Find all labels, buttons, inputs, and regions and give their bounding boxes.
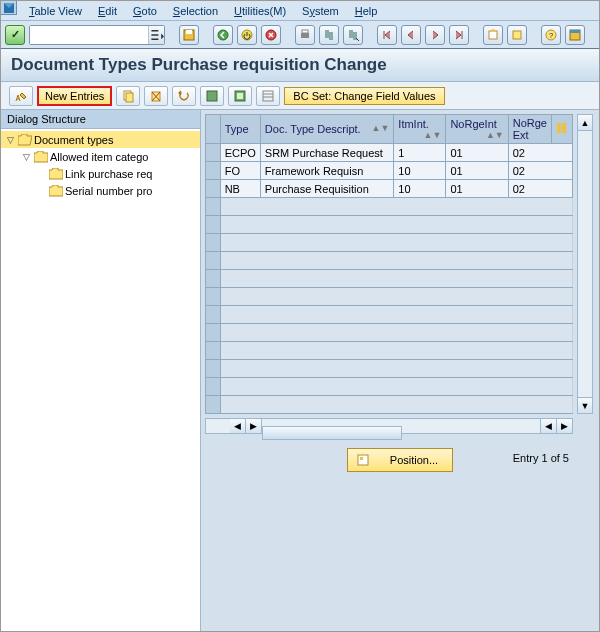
undo-button[interactable] bbox=[172, 86, 196, 106]
table-row[interactable]: FO Framework Requisn 10 01 02 bbox=[206, 162, 573, 180]
row-selector-header[interactable] bbox=[206, 115, 221, 144]
cell-desc[interactable]: SRM Purchase Request bbox=[260, 144, 394, 162]
col-norgeext[interactable]: NoRge Ext bbox=[508, 115, 551, 144]
svg-text:?: ? bbox=[549, 31, 554, 40]
position-icon bbox=[356, 453, 370, 467]
standard-toolbar: ✓ ? bbox=[1, 21, 599, 49]
col-norgeint[interactable]: NoRgeInt▲▼ bbox=[446, 115, 508, 144]
cell-norgeext[interactable]: 02 bbox=[508, 144, 572, 162]
menu-help[interactable]: Help bbox=[347, 3, 386, 19]
first-page-button[interactable] bbox=[377, 25, 397, 45]
last-page-button[interactable] bbox=[449, 25, 469, 45]
scroll-track[interactable] bbox=[578, 131, 592, 397]
menu-goto[interactable]: Goto bbox=[125, 3, 165, 19]
shortcut-button[interactable] bbox=[507, 25, 527, 45]
position-button[interactable]: Position... bbox=[347, 448, 453, 472]
row-selector[interactable] bbox=[206, 306, 221, 324]
customize-layout-button[interactable] bbox=[565, 25, 585, 45]
cell-itmint[interactable]: 10 bbox=[394, 180, 446, 198]
document-types-grid: Type Doc. Type Descript.▲▼ ItmInt.▲▼ NoR… bbox=[205, 114, 573, 414]
col-desc[interactable]: Doc. Type Descript.▲▼ bbox=[260, 115, 394, 144]
find-next-button[interactable] bbox=[343, 25, 363, 45]
scroll-left-button[interactable]: ◀ bbox=[230, 419, 246, 433]
table-row[interactable]: ECPO SRM Purchase Request 1 01 02 bbox=[206, 144, 573, 162]
menu-edit[interactable]: Edit bbox=[90, 3, 125, 19]
table-row[interactable]: NB Purchase Requisition 10 01 02 bbox=[206, 180, 573, 198]
row-selector[interactable] bbox=[206, 396, 221, 414]
row-selector[interactable] bbox=[206, 162, 221, 180]
row-selector[interactable] bbox=[206, 180, 221, 198]
menu-system[interactable]: System bbox=[294, 3, 347, 19]
scroll-right-step-button[interactable]: ◀ bbox=[540, 419, 556, 433]
row-selector[interactable] bbox=[206, 270, 221, 288]
cell-itmint[interactable]: 1 bbox=[394, 144, 446, 162]
row-selector[interactable] bbox=[206, 252, 221, 270]
row-selector[interactable] bbox=[206, 144, 221, 162]
configure-columns-button[interactable] bbox=[551, 115, 572, 144]
new-entries-button[interactable]: New Entries bbox=[37, 86, 112, 106]
cell-itmint[interactable]: 10 bbox=[394, 162, 446, 180]
tree-node-allowed-item-catego[interactable]: ▽ Allowed item catego bbox=[1, 148, 200, 165]
cell-norgeext[interactable]: 02 bbox=[508, 180, 572, 198]
row-selector[interactable] bbox=[206, 216, 221, 234]
cell-desc[interactable]: Purchase Requisition bbox=[260, 180, 394, 198]
footer-bar: Position... Entry 1 of 5 bbox=[201, 438, 599, 478]
menu-utilities[interactable]: Utilities(M) bbox=[226, 3, 294, 19]
help-button[interactable]: ? bbox=[541, 25, 561, 45]
col-itmint[interactable]: ItmInt.▲▼ bbox=[394, 115, 446, 144]
scroll-left-step-button[interactable]: ▶ bbox=[246, 419, 262, 433]
select-all-button[interactable] bbox=[200, 86, 224, 106]
svg-rect-19 bbox=[126, 93, 133, 102]
deselect-all-button[interactable] bbox=[256, 86, 280, 106]
cell-type[interactable]: FO bbox=[220, 162, 260, 180]
back-button[interactable] bbox=[213, 25, 233, 45]
scroll-up-button[interactable]: ▲ bbox=[578, 115, 592, 131]
cell-norgeint[interactable]: 01 bbox=[446, 144, 508, 162]
scroll-right-button[interactable]: ▶ bbox=[556, 419, 572, 433]
cancel-button[interactable] bbox=[261, 25, 281, 45]
cell-type[interactable]: ECPO bbox=[220, 144, 260, 162]
command-history-dropdown[interactable] bbox=[148, 26, 164, 44]
expander-icon[interactable]: ▽ bbox=[5, 134, 16, 145]
row-selector[interactable] bbox=[206, 198, 221, 216]
delete-button[interactable] bbox=[144, 86, 168, 106]
prev-page-button[interactable] bbox=[401, 25, 421, 45]
cell-type[interactable]: NB bbox=[220, 180, 260, 198]
cell-norgeint[interactable]: 01 bbox=[446, 162, 508, 180]
tree-node-document-types[interactable]: ▽ Document types bbox=[1, 131, 200, 148]
row-selector[interactable] bbox=[206, 342, 221, 360]
print-button[interactable] bbox=[295, 25, 315, 45]
vertical-scrollbar[interactable]: ▲ ▼ bbox=[577, 114, 593, 414]
cell-norgeint[interactable]: 01 bbox=[446, 180, 508, 198]
svg-rect-21 bbox=[207, 91, 217, 101]
command-field-wrap bbox=[29, 25, 165, 45]
scroll-down-button[interactable]: ▼ bbox=[578, 397, 592, 413]
row-selector[interactable] bbox=[206, 378, 221, 396]
row-selector[interactable] bbox=[206, 360, 221, 378]
tree-node-link-purchase-req[interactable]: Link purchase req bbox=[1, 165, 200, 182]
cell-desc[interactable]: Framework Requisn bbox=[260, 162, 394, 180]
command-field[interactable] bbox=[30, 26, 148, 44]
save-button[interactable] bbox=[179, 25, 199, 45]
new-session-button[interactable] bbox=[483, 25, 503, 45]
row-selector[interactable] bbox=[206, 324, 221, 342]
menu-table-view[interactable]: Table View bbox=[21, 3, 90, 19]
sap-window-icon[interactable] bbox=[1, 1, 17, 15]
cell-norgeext[interactable]: 02 bbox=[508, 162, 572, 180]
select-block-button[interactable] bbox=[228, 86, 252, 106]
find-button[interactable] bbox=[319, 25, 339, 45]
bcset-button[interactable]: BC Set: Change Field Values bbox=[284, 87, 444, 105]
col-type[interactable]: Type bbox=[220, 115, 260, 144]
copy-as-button[interactable] bbox=[116, 86, 140, 106]
row-selector[interactable] bbox=[206, 288, 221, 306]
change-display-button[interactable] bbox=[9, 86, 33, 106]
enter-button[interactable]: ✓ bbox=[5, 25, 25, 45]
horizontal-scrollbar[interactable]: ◀ ▶ ◀ ▶ bbox=[205, 418, 573, 434]
exit-button[interactable] bbox=[237, 25, 257, 45]
next-page-button[interactable] bbox=[425, 25, 445, 45]
folder-icon bbox=[49, 168, 63, 180]
row-selector[interactable] bbox=[206, 234, 221, 252]
expander-icon[interactable]: ▽ bbox=[21, 151, 32, 162]
menu-selection[interactable]: Selection bbox=[165, 3, 226, 19]
tree-node-serial-number-pro[interactable]: Serial number pro bbox=[1, 182, 200, 199]
